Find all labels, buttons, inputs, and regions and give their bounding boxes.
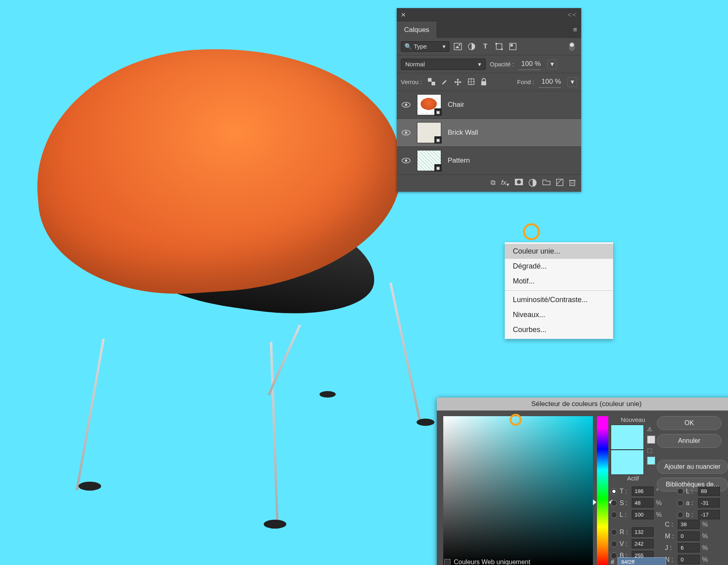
layer-name[interactable]: Brick Wall: [448, 129, 478, 137]
out-of-gamut-swatch[interactable]: [647, 436, 655, 444]
blend-mode-select[interactable]: Normal ▾: [401, 59, 486, 70]
layer-name[interactable]: Pattern: [448, 157, 470, 165]
cube-icon[interactable]: ⬚: [647, 447, 655, 453]
input-c[interactable]: [678, 520, 700, 529]
panel-header[interactable]: ✕ <<: [397, 8, 581, 22]
menu-item-levels[interactable]: Niveaux...: [505, 307, 613, 322]
layers-tab[interactable]: Calques: [397, 22, 436, 38]
label-v: V :: [620, 540, 629, 548]
layer-mask-icon[interactable]: [515, 179, 523, 188]
radio-v[interactable]: [611, 541, 617, 547]
layer-thumbnail[interactable]: ▣: [417, 94, 441, 115]
fill-dropdown[interactable]: ▾: [567, 77, 577, 87]
input-lab-b[interactable]: [698, 510, 720, 519]
adjustment-layer-icon[interactable]: [529, 179, 537, 188]
input-lum[interactable]: [632, 510, 654, 519]
menu-item-brightness[interactable]: Luminosité/Contraste...: [505, 292, 613, 307]
input-lab-l[interactable]: [698, 487, 720, 496]
layer-thumbnail[interactable]: ▣: [417, 122, 441, 143]
smart-object-badge: ▣: [434, 164, 442, 171]
radio-lum[interactable]: [611, 512, 617, 518]
menu-item-solid-color[interactable]: Couleur unie...: [505, 244, 613, 259]
collapse-icon[interactable]: <<: [567, 11, 577, 19]
unit-pct: %: [702, 556, 709, 563]
lock-transparency-icon[interactable]: [428, 78, 435, 86]
unit-degree: °: [656, 488, 663, 495]
panel-menu-icon[interactable]: ≡: [573, 26, 577, 34]
lock-move-icon[interactable]: [454, 78, 462, 86]
radio-lab-l[interactable]: [677, 488, 684, 495]
menu-item-pattern[interactable]: Motif...: [505, 274, 613, 289]
lock-all-icon[interactable]: [480, 78, 487, 86]
layer-row[interactable]: ▣ Chair: [397, 91, 581, 119]
svg-rect-6: [501, 49, 503, 50]
lock-artboard-icon[interactable]: [468, 78, 475, 86]
layer-row[interactable]: ▣ Brick Wall: [397, 119, 581, 147]
menu-item-gradient[interactable]: Dégradé...: [505, 259, 613, 274]
filter-toggle[interactable]: [567, 42, 577, 51]
label-lab-l: L :: [686, 488, 696, 495]
layer-row[interactable]: ▣ Pattern: [397, 147, 581, 175]
label-j: J :: [665, 544, 675, 552]
web-safe-swatch[interactable]: [647, 457, 655, 465]
adjustment-menu: Couleur unie... Dégradé... Motif... Lumi…: [505, 242, 613, 339]
filter-type-label: Type: [414, 43, 427, 50]
gamut-warning-icon[interactable]: ⚠: [647, 426, 655, 432]
layer-name[interactable]: Chair: [448, 101, 464, 109]
fill-value[interactable]: 100 %: [538, 76, 561, 88]
smart-object-badge: ▣: [434, 108, 442, 116]
dialog-title[interactable]: Sélecteur de couleurs (couleur unie): [437, 398, 728, 411]
add-swatch-button[interactable]: Ajouter au nuancier: [657, 460, 728, 474]
delete-layer-icon[interactable]: [569, 179, 576, 188]
input-sat[interactable]: [632, 498, 654, 508]
input-hue[interactable]: [632, 487, 654, 496]
filter-adjust-icon[interactable]: [466, 42, 477, 51]
color-selector-ring[interactable]: [510, 414, 522, 426]
filter-text-icon[interactable]: T: [480, 42, 491, 51]
link-layers-icon[interactable]: ⧉: [491, 179, 495, 188]
hex-input[interactable]: [618, 557, 666, 565]
lock-paint-icon[interactable]: [441, 78, 448, 86]
menu-separator: [505, 290, 613, 291]
cancel-button[interactable]: Annuler: [657, 434, 722, 448]
close-icon[interactable]: ✕: [401, 11, 406, 19]
menu-item-curves[interactable]: Courbes...: [505, 322, 613, 337]
input-lab-a[interactable]: [698, 498, 720, 508]
current-color-swatch[interactable]: [611, 450, 644, 475]
layer-effects-icon[interactable]: fx▾: [501, 179, 509, 188]
radio-lab-b[interactable]: [677, 512, 684, 518]
opacity-value[interactable]: 100 %: [518, 58, 541, 70]
unit-pct: %: [656, 499, 663, 507]
opacity-dropdown[interactable]: ▾: [547, 59, 557, 69]
visibility-icon[interactable]: [402, 102, 411, 108]
layer-thumbnail[interactable]: ▣: [417, 150, 441, 171]
svg-rect-8: [510, 44, 513, 47]
filter-image-icon[interactable]: [453, 42, 463, 51]
radio-hue[interactable]: [611, 488, 617, 495]
fill-label: Fond :: [517, 78, 534, 85]
visibility-icon[interactable]: [402, 157, 411, 164]
layer-filter-type[interactable]: 🔍 Type ▾: [401, 41, 449, 52]
input-r[interactable]: [632, 527, 654, 537]
radio-lab-a[interactable]: [677, 500, 684, 506]
filter-shape-icon[interactable]: [494, 42, 504, 51]
unit-pct: %: [702, 533, 709, 540]
group-icon[interactable]: [542, 179, 550, 188]
input-n[interactable]: [678, 555, 700, 564]
input-v[interactable]: [632, 539, 654, 548]
color-field[interactable]: [443, 416, 593, 565]
filter-smart-icon[interactable]: [508, 42, 518, 51]
new-color-swatch[interactable]: [611, 425, 644, 450]
input-m[interactable]: [678, 531, 700, 541]
label-n: N :: [665, 556, 675, 563]
radio-sat[interactable]: [611, 500, 617, 506]
hue-indicator: [593, 499, 597, 505]
new-layer-icon[interactable]: [556, 179, 563, 188]
ok-button[interactable]: OK: [657, 416, 722, 430]
hue-slider[interactable]: [597, 416, 608, 565]
label-l: L :: [620, 511, 629, 518]
radio-r[interactable]: [611, 529, 617, 535]
web-only-checkbox[interactable]: [444, 559, 451, 565]
input-j[interactable]: [678, 543, 700, 552]
visibility-icon[interactable]: [402, 129, 411, 136]
